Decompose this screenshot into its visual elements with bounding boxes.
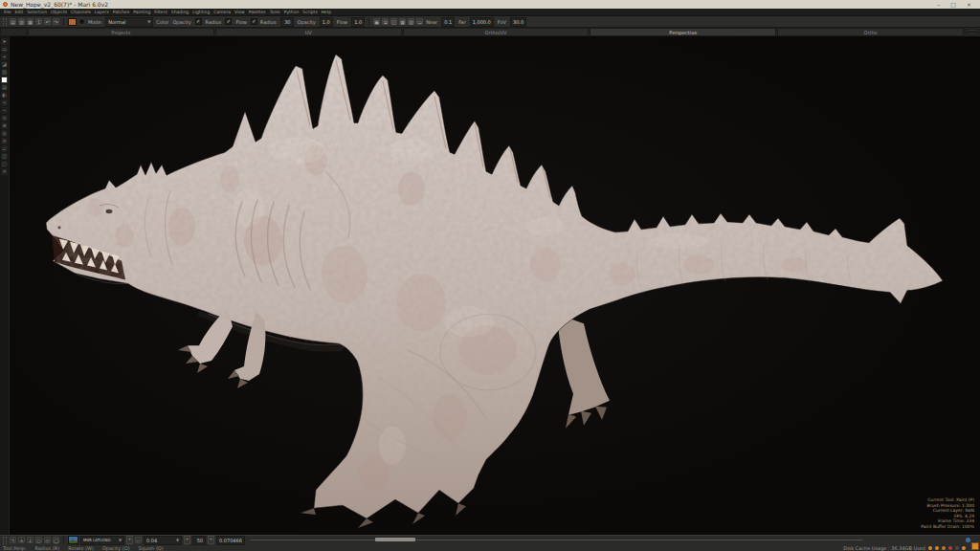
select-tool[interactable]: ➤: [1, 38, 8, 45]
ellipse-icon[interactable]: ◯: [53, 537, 59, 543]
save-icon[interactable]: ▦: [27, 18, 33, 25]
redo-icon[interactable]: ↷: [53, 18, 59, 25]
brush-radius-field[interactable]: 30: [280, 17, 294, 27]
creature-model[interactable]: [10, 36, 980, 535]
vector-paint-tool[interactable]: ⊘: [1, 138, 8, 144]
import-icon[interactable]: ↧: [35, 18, 42, 25]
brush-opacity-field[interactable]: 1.0: [320, 17, 333, 27]
menu-file[interactable]: File: [4, 9, 11, 15]
uv-grid-icon[interactable]: ▦: [399, 18, 406, 25]
symmetry-icon[interactable]: ◫: [390, 18, 397, 25]
menu-camera[interactable]: Camera: [213, 9, 231, 15]
menu-lighting[interactable]: Lighting: [192, 9, 210, 15]
statusbar-grip[interactable]: [3, 537, 7, 544]
rotation-stepper[interactable]: +: [208, 536, 214, 544]
menu-layers[interactable]: Layers: [95, 9, 109, 15]
paint-buffer-icon[interactable]: ▣: [373, 18, 380, 25]
paint-color-swatch[interactable]: [68, 18, 77, 26]
undo-icon[interactable]: ↶: [44, 18, 51, 25]
menu-view[interactable]: View: [234, 9, 245, 15]
3d-viewport[interactable]: Current Tool: Paint (P)Brush Pressure: 1…: [10, 36, 980, 535]
menu-filters[interactable]: Filters: [154, 9, 167, 15]
toggle-radius-checkbox[interactable]: ✓: [225, 18, 232, 25]
hud-line: Paint Buffer Drain: 100%: [921, 524, 974, 530]
smear-tool[interactable]: ~: [1, 107, 8, 114]
undo-stroke-icon[interactable]: ↰: [10, 537, 16, 543]
slider-handle[interactable]: [375, 538, 415, 541]
shortcut-hint: Squish (Q): [139, 545, 164, 551]
maximize-button[interactable]: □: [950, 0, 956, 9]
eraser-tool[interactable]: ▨: [1, 69, 8, 76]
open-project-icon[interactable]: ▥: [18, 18, 25, 25]
tab-perspective[interactable]: Perspective: [590, 28, 776, 36]
window-title: New_Hope_v2_60(7)* - Mari 6.0v2: [11, 0, 108, 9]
add-falloff-button[interactable]: +: [184, 536, 190, 544]
tab-ortho[interactable]: Ortho: [777, 28, 964, 36]
menu-palettes[interactable]: Palettes: [249, 9, 266, 15]
paint-through-icon[interactable]: ▨: [408, 18, 414, 25]
gradient-tool[interactable]: ◐: [1, 92, 8, 99]
menu-painting[interactable]: Painting: [133, 9, 150, 15]
toggle-flow-checkbox[interactable]: ✓: [251, 18, 257, 25]
camera-lock-icon[interactable]: ▭: [416, 18, 423, 25]
projection-icon[interactable]: ⧉: [382, 18, 389, 25]
marquee-select-tool[interactable]: ▭: [1, 46, 8, 53]
falloff-curve-icon[interactable]: ⌐: [135, 537, 142, 543]
clip-fov-field[interactable]: 30.0: [510, 17, 526, 27]
clip-near-field[interactable]: 0.1: [441, 17, 455, 27]
add-environment-button[interactable]: +: [126, 536, 133, 544]
menu-channels[interactable]: Channels: [71, 9, 91, 15]
new-project-icon[interactable]: ▤: [10, 18, 16, 25]
toolbar-grip[interactable]: [3, 18, 7, 26]
warp-tool[interactable]: ◎: [1, 130, 8, 137]
node-tool[interactable]: ▢: [1, 161, 8, 167]
menu-selection[interactable]: Selection: [27, 9, 47, 15]
environment-dropdown[interactable]: MSR LATLONG ▼: [80, 536, 124, 545]
tab-projects[interactable]: Projects: [28, 28, 214, 36]
transform-tool[interactable]: +: [1, 54, 8, 60]
toggle-opacity-checkbox[interactable]: ✓: [195, 18, 202, 25]
tool-help-label: Tool Help:: [3, 545, 26, 551]
color-picker-tool[interactable]: ◫: [1, 153, 8, 160]
menu-shading[interactable]: Shading: [171, 9, 189, 15]
resize-corner-icon[interactable]: [971, 542, 979, 550]
menu-tools[interactable]: Tools: [270, 9, 280, 15]
menu-python[interactable]: Python: [284, 9, 300, 15]
environment-value: MSR LATLONG: [83, 538, 117, 542]
toggle-label-flow: Flow: [235, 19, 246, 25]
mirror-icon[interactable]: ◇: [44, 537, 51, 543]
window-controls: –□×: [937, 0, 977, 9]
paint-through-tool[interactable]: ▱: [1, 145, 8, 152]
paint-tool[interactable]: ◪: [1, 61, 8, 68]
spin-field[interactable]: 50: [192, 536, 206, 545]
close-button[interactable]: ×: [967, 0, 971, 9]
foreground-color-swatch[interactable]: [1, 77, 8, 83]
environment-image-icon[interactable]: [68, 536, 78, 544]
brush-flow-field[interactable]: 1.0: [351, 17, 365, 27]
falloff-dropdown[interactable]: 0.04 ▼: [144, 536, 182, 545]
clone-stamp-tool[interactable]: ▤: [1, 84, 8, 91]
help-icon[interactable]: [966, 538, 970, 542]
palette-dock-buttons[interactable]: [965, 28, 980, 36]
menu-help[interactable]: Help: [322, 9, 331, 15]
toolbar-separator: [368, 18, 369, 26]
slerp-tool[interactable]: ⊙: [1, 115, 8, 121]
blur-tool[interactable]: ≈: [1, 99, 8, 106]
pin-tool[interactable]: ⊕: [1, 122, 8, 129]
menu-objects[interactable]: Objects: [51, 9, 67, 15]
pan-tool[interactable]: ✕: [1, 168, 8, 175]
bake-down-icon[interactable]: ↓: [27, 537, 33, 543]
rotation-slider[interactable]: [251, 540, 863, 540]
menu-patches[interactable]: Patches: [113, 9, 129, 15]
menu-edit[interactable]: Edit: [15, 9, 24, 15]
circle-brush-icon[interactable]: ○: [35, 537, 42, 543]
clip-far-field[interactable]: 1,000.0: [470, 17, 494, 27]
brush-tip-icon[interactable]: [78, 18, 85, 25]
tab-uv[interactable]: UV: [215, 28, 402, 36]
rotation-field[interactable]: 0.070466: [216, 536, 245, 545]
menu-scripts[interactable]: Scripts: [302, 9, 317, 15]
move-icon[interactable]: +: [18, 537, 25, 543]
blend-mode-dropdown[interactable]: Normal ▼: [105, 17, 153, 27]
tab-ortho-uv[interactable]: Ortho/UV: [403, 28, 590, 36]
minimize-button[interactable]: –: [937, 0, 940, 9]
